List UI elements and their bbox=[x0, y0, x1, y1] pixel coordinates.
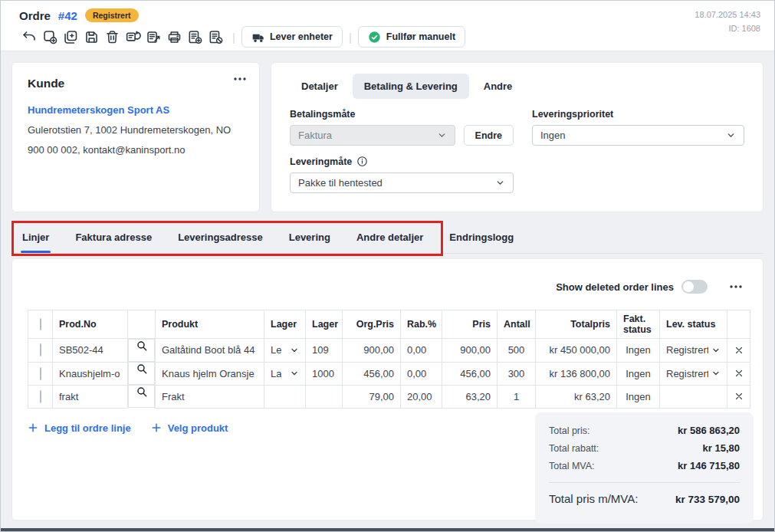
tab-betaling-levering[interactable]: Betaling & Levering bbox=[353, 74, 469, 99]
fakt-status-value: Ingen bbox=[617, 339, 660, 363]
search-icon[interactable] bbox=[136, 363, 148, 384]
table-more-icon[interactable] bbox=[729, 284, 743, 289]
duplicate-order-icon[interactable] bbox=[61, 27, 81, 47]
prodno-input[interactable]: frakt bbox=[53, 385, 128, 408]
pris-value[interactable]: 456,00 bbox=[442, 362, 498, 385]
col-lager-select: Lager bbox=[264, 310, 306, 339]
antall-value[interactable]: 1 bbox=[498, 385, 536, 408]
customer-card-title: Kunde bbox=[28, 77, 244, 90]
status-badge: Registrert bbox=[85, 8, 139, 22]
undo-icon[interactable] bbox=[19, 27, 40, 47]
tab-detaljer[interactable]: Detaljer bbox=[290, 74, 350, 99]
orgpris-value[interactable]: 456,00 bbox=[343, 362, 401, 385]
col-antall: Antall bbox=[498, 310, 536, 339]
deliver-units-button[interactable]: Lever enheter bbox=[241, 26, 343, 48]
payment-method-select[interactable]: Faktura bbox=[290, 125, 455, 146]
row-checkbox[interactable] bbox=[40, 367, 41, 380]
col-prodno: Prod.No bbox=[53, 310, 128, 339]
info-icon bbox=[356, 156, 368, 167]
antall-value[interactable]: 500 bbox=[498, 339, 536, 363]
deliver-units-label: Lever enheter bbox=[270, 31, 333, 42]
save-icon[interactable] bbox=[81, 27, 102, 47]
truck-icon bbox=[251, 31, 264, 44]
remove-line-icon[interactable] bbox=[727, 362, 750, 385]
search-icon[interactable] bbox=[136, 340, 148, 361]
select-all-checkbox[interactable] bbox=[40, 318, 41, 330]
total-m-mva-value: kr 733 579,00 bbox=[675, 494, 740, 505]
tab-levering[interactable]: Levering bbox=[289, 222, 330, 253]
total-rabatt-label: Total rabatt: bbox=[549, 443, 599, 454]
lager-qty[interactable]: 109 bbox=[306, 339, 343, 363]
antall-value[interactable]: 300 bbox=[498, 362, 536, 385]
pris-value[interactable]: 900,00 bbox=[442, 339, 498, 363]
chevron-down-icon bbox=[290, 369, 299, 378]
tab-linjer[interactable]: Linjer bbox=[22, 222, 49, 253]
produkt-input[interactable]: Galtåtind Boot blå 44 bbox=[156, 339, 264, 363]
check-circle-icon bbox=[368, 31, 381, 44]
tab-leveringsadresse[interactable]: Leveringsadresse bbox=[178, 222, 263, 253]
delete-icon[interactable] bbox=[102, 27, 123, 47]
tab-faktura-adresse[interactable]: Faktura adresse bbox=[75, 222, 152, 253]
chevron-down-icon bbox=[726, 130, 736, 140]
toolbar-divider: | bbox=[232, 31, 235, 44]
lev-status-select[interactable]: Registrert bbox=[666, 344, 721, 356]
col-lev-status: Lev. status bbox=[660, 310, 727, 339]
delivery-priority-value: Ingen bbox=[540, 130, 566, 141]
total-mva-value: kr 146 715,80 bbox=[678, 460, 740, 471]
add-order-icon[interactable] bbox=[40, 27, 61, 47]
lager-qty[interactable]: 1000 bbox=[306, 362, 343, 385]
add-document-icon[interactable] bbox=[185, 27, 205, 47]
tab-endringslogg[interactable]: Endringslogg bbox=[449, 222, 514, 253]
pris-value[interactable]: 63,20 bbox=[442, 385, 498, 408]
lager-select[interactable]: La bbox=[271, 368, 299, 379]
total-rabatt-value: kr 15,80 bbox=[703, 442, 740, 454]
complete-manually-label: Fullfør manuelt bbox=[386, 31, 455, 42]
complete-manually-button[interactable]: Fullfør manuelt bbox=[358, 26, 465, 48]
section-tabs: Linjer Faktura adresse Leveringsadresse … bbox=[11, 222, 764, 254]
row-checkbox[interactable] bbox=[40, 343, 41, 356]
lager-select[interactable]: Le bbox=[271, 344, 299, 356]
table-row: frakt Frakt 79,00 20,00 63,20 1 kr 63,20… bbox=[28, 385, 750, 408]
rab-value[interactable]: 0,00 bbox=[401, 339, 442, 363]
remove-line-icon[interactable] bbox=[727, 385, 750, 408]
edit-list-icon[interactable] bbox=[143, 27, 164, 47]
produkt-input[interactable]: Knaus hjelm Oransje bbox=[156, 362, 264, 385]
produkt-input[interactable]: Frakt bbox=[156, 385, 264, 408]
col-rab: Rab.% bbox=[401, 310, 442, 339]
prodno-input[interactable]: Knaushjelm-o bbox=[53, 362, 128, 385]
col-fakt-status: Fakt. status bbox=[617, 310, 660, 339]
payment-method-value: Faktura bbox=[298, 130, 332, 141]
totals-divider bbox=[549, 482, 740, 483]
cancel-document-icon[interactable] bbox=[205, 27, 226, 47]
row-checkbox[interactable] bbox=[40, 390, 41, 403]
change-payment-button[interactable]: Endre bbox=[464, 125, 514, 146]
prodno-input[interactable]: SB502-44 bbox=[53, 339, 128, 363]
show-deleted-toggle[interactable] bbox=[681, 280, 708, 294]
delivery-method-select[interactable]: Pakke til hentested bbox=[290, 172, 514, 193]
tab-andre-detaljer[interactable]: Andre detaljer bbox=[356, 222, 423, 253]
orgpris-value[interactable]: 79,00 bbox=[343, 385, 401, 408]
plus-icon bbox=[28, 422, 38, 433]
add-order-line-button[interactable]: Legg til ordre linje bbox=[28, 422, 131, 434]
select-product-button[interactable]: Velg produkt bbox=[151, 422, 228, 434]
chevron-down-icon bbox=[711, 346, 721, 355]
search-icon[interactable] bbox=[136, 386, 148, 407]
details-card: Detaljer Betaling & Levering Andre Betal… bbox=[271, 62, 764, 212]
print-icon[interactable] bbox=[164, 27, 185, 47]
send-order-icon[interactable] bbox=[123, 27, 143, 47]
col-totalpris: Totalpris bbox=[536, 310, 617, 339]
customer-more-icon[interactable] bbox=[233, 77, 247, 81]
rab-value[interactable]: 20,00 bbox=[401, 385, 442, 408]
chevron-down-icon bbox=[711, 369, 721, 378]
customer-name-link[interactable]: Hundremeterskogen Sport AS bbox=[28, 104, 244, 116]
col-pris: Pris bbox=[442, 310, 498, 339]
top-bar: Ordre #42 Registrert 18.07.2025 14:43 ID… bbox=[1, 1, 774, 51]
delivery-priority-select[interactable]: Ingen bbox=[532, 125, 744, 146]
lev-status-select[interactable]: Registrert bbox=[666, 368, 721, 379]
orgpris-value[interactable]: 900,00 bbox=[343, 339, 401, 363]
totalpris-value: kr 136 800,00 bbox=[536, 362, 617, 385]
tab-andre[interactable]: Andre bbox=[472, 74, 524, 99]
remove-line-icon[interactable] bbox=[727, 339, 750, 363]
rab-value[interactable]: 0,00 bbox=[401, 362, 442, 385]
order-id: ID: 1608 bbox=[695, 22, 760, 36]
